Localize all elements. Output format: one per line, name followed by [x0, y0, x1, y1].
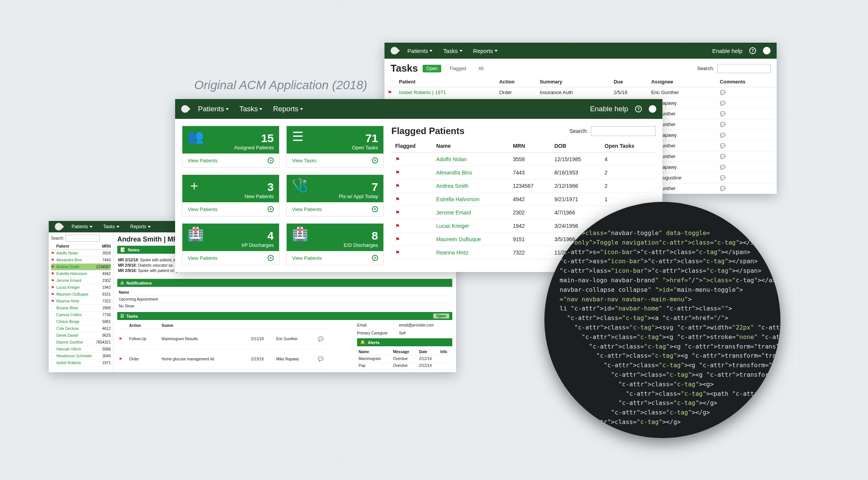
comment-icon[interactable]: [318, 357, 324, 361]
plus-icon[interactable]: +: [268, 255, 274, 261]
comment-icon[interactable]: [720, 100, 726, 106]
patient-row[interactable]: Dianne Gunther7654321: [51, 339, 111, 346]
search-input[interactable]: [717, 64, 771, 73]
comment-icon[interactable]: [720, 143, 726, 149]
col-flagged[interactable]: Flagged: [391, 139, 432, 153]
view-patients-link[interactable]: View Patients: [188, 158, 218, 163]
patient-row[interactable]: Lucas Kreiger1942: [51, 284, 111, 291]
comment-icon[interactable]: [720, 132, 726, 138]
tasks-open-pill[interactable]: Open: [433, 314, 449, 318]
tasks-icon: ☰: [120, 314, 124, 318]
patient-link[interactable]: Alexandra Bins: [432, 166, 509, 179]
patient-link[interactable]: Lucas Kreiger: [432, 219, 509, 233]
nav-tasks[interactable]: Tasks: [239, 105, 263, 113]
comment-icon[interactable]: [720, 111, 726, 117]
patient-link[interactable]: Adolfo Nolan: [432, 153, 509, 166]
plus-icon[interactable]: +: [268, 157, 274, 163]
patient-row[interactable]: Adolfo Nolan3558: [51, 250, 111, 257]
patient-row[interactable]: Cole Deckow4612: [51, 325, 111, 332]
user-icon[interactable]: [763, 47, 771, 54]
filter-all[interactable]: All: [475, 65, 487, 72]
comment-icon[interactable]: [720, 186, 726, 191]
comment-icon[interactable]: [318, 337, 324, 341]
tasks-title: Tasks: [391, 62, 418, 74]
col-mrn[interactable]: MRN: [509, 139, 550, 153]
flagged-row[interactable]: Estrella Halvorson49429/21/19711: [391, 193, 656, 206]
col-action[interactable]: Action: [496, 77, 537, 87]
view-patients-link[interactable]: View Patients: [292, 255, 322, 261]
patient-row[interactable]: Alexandra Bins7443: [51, 257, 111, 264]
plus-icon[interactable]: +: [268, 206, 274, 212]
col-patient[interactable]: Patient: [396, 77, 496, 87]
col-due[interactable]: Due: [611, 77, 648, 87]
help-icon[interactable]: ?: [749, 47, 756, 54]
view-patients-link[interactable]: View Patients: [188, 206, 218, 212]
enable-help-link[interactable]: Enable help: [590, 105, 628, 113]
flag-icon: [395, 250, 400, 256]
task-row[interactable]: Isobel Roberts | 1971OrderInsurance Auth…: [385, 87, 777, 98]
flagged-row[interactable]: Alexandra Bins74438/16/19532: [391, 166, 656, 179]
leaf-logo-icon: [389, 45, 400, 56]
nav-patients[interactable]: Patients: [407, 48, 432, 54]
task-row[interactable]: Follow-UpMammogram Results2/11/18Eric Gu…: [117, 329, 330, 349]
plus-icon[interactable]: +: [372, 206, 378, 212]
user-icon[interactable]: [649, 105, 656, 113]
col-patient[interactable]: Patient: [56, 244, 94, 248]
search-input[interactable]: [65, 235, 100, 242]
nav-reports[interactable]: Reports: [473, 48, 498, 54]
patient-link[interactable]: Jerome Emard: [432, 206, 509, 219]
patient-link[interactable]: Maureen DuBuque: [432, 233, 509, 246]
flag-icon: [395, 196, 400, 202]
plus-icon[interactable]: +: [372, 157, 378, 163]
filter-flagged[interactable]: Flagged: [446, 65, 470, 72]
nav-reports[interactable]: Reports: [130, 224, 151, 229]
tasks-section: ☰TasksOpen: [117, 312, 452, 320]
comment-icon[interactable]: [720, 154, 726, 159]
task-row[interactable]: OrderHome glucose management kit2/13/18M…: [117, 349, 330, 369]
patient-row[interactable]: Estrella Halvorson4942: [51, 270, 111, 277]
comment-icon[interactable]: [720, 90, 726, 95]
comment-icon[interactable]: [720, 164, 726, 170]
view-tasks-link[interactable]: View Tasks: [292, 158, 317, 163]
col-comments[interactable]: Comments: [717, 77, 777, 87]
nav-reports[interactable]: Reports: [273, 105, 303, 113]
patient-link[interactable]: Isobel Roberts | 1971: [396, 87, 496, 98]
help-icon[interactable]: ?: [635, 106, 642, 112]
patient-link[interactable]: Andrea Smith: [432, 179, 509, 193]
comment-icon[interactable]: [720, 175, 726, 181]
enable-help-link[interactable]: Enable help: [712, 48, 742, 54]
col-summary[interactable]: Summary: [537, 77, 611, 87]
flagged-row[interactable]: Adolfo Nolan355812/15/19854: [391, 153, 656, 166]
col-dob[interactable]: DOB: [550, 139, 601, 153]
patient-row[interactable]: Henderson Schmeler3045: [51, 353, 111, 360]
view-patients-link[interactable]: View Patients: [292, 206, 322, 212]
patient-link[interactable]: Reanna Hintz: [432, 246, 509, 259]
patient-link[interactable]: Estrella Halvorson: [432, 193, 509, 206]
nav-tasks[interactable]: Tasks: [443, 48, 462, 54]
nav-tasks[interactable]: Tasks: [103, 224, 120, 229]
patient-row[interactable]: Bryana West2989: [51, 305, 111, 312]
patient-row[interactable]: Reanna Hintz7322: [51, 298, 111, 305]
search-input[interactable]: [591, 126, 656, 136]
patient-row[interactable]: Derek Daniel8625: [51, 332, 111, 339]
caret-down-icon: [495, 50, 498, 52]
plus-icon[interactable]: +: [372, 255, 378, 261]
col-name[interactable]: Name: [432, 139, 509, 153]
patient-row[interactable]: Hannah Ullrich5086: [51, 346, 111, 353]
hospital-icon: 🏥: [292, 227, 308, 240]
patient-row[interactable]: Carissa Collins7736: [51, 312, 111, 318]
comment-icon[interactable]: [720, 122, 726, 127]
patient-row[interactable]: Jerome Emard2302: [51, 277, 111, 284]
col-assignee[interactable]: Assignee: [648, 77, 716, 87]
patient-row[interactable]: Clinton Berge5981: [51, 318, 111, 325]
nav-patients[interactable]: Patients: [198, 105, 229, 113]
nav-patients[interactable]: Patients: [72, 224, 93, 229]
patient-row[interactable]: Andrea Smith1234567: [51, 264, 111, 270]
col-open-tasks[interactable]: Open Tasks: [601, 139, 656, 153]
patient-row[interactable]: Isobel Roberts1971: [51, 360, 111, 366]
patient-row[interactable]: Maureen DuBuque9151: [51, 291, 111, 298]
flagged-row[interactable]: Andrea Smith12345672/12/19662: [391, 179, 656, 193]
filter-open[interactable]: Open: [423, 65, 441, 72]
col-mrn[interactable]: MRN: [94, 244, 111, 248]
view-patients-link[interactable]: View Patients: [188, 255, 218, 261]
